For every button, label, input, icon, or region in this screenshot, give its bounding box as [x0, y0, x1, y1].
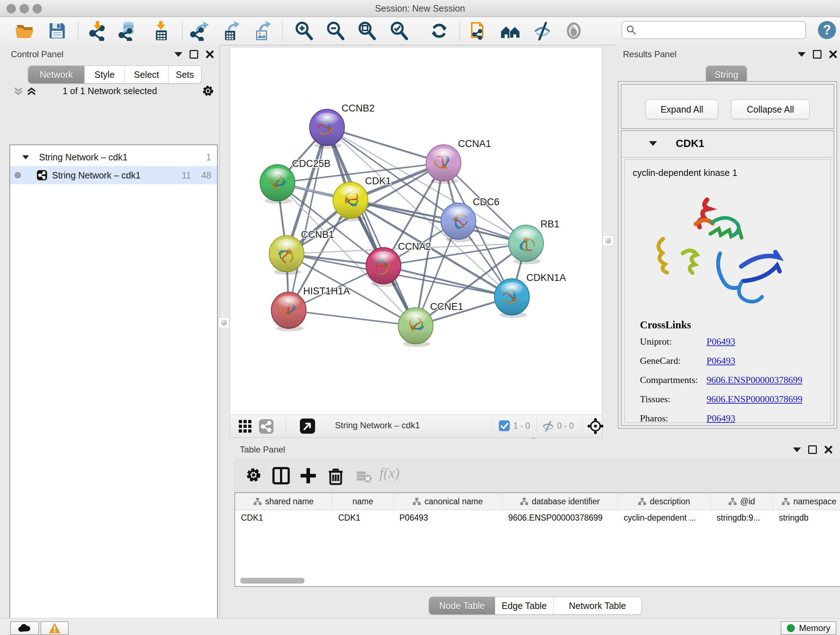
left-splitter-handle[interactable] [218, 317, 229, 328]
crosslink-link[interactable]: P06493 [706, 413, 735, 424]
tab-network-table[interactable]: Network Table [554, 597, 641, 614]
control-panel-menu-icon[interactable] [174, 52, 182, 57]
control-panel-float-icon[interactable] [189, 50, 198, 59]
column-header--id[interactable]: @id [711, 493, 773, 510]
table-cell[interactable]: P06493 [393, 513, 502, 523]
import-network-from-file-icon[interactable] [88, 21, 108, 41]
grid-view-icon[interactable] [238, 419, 253, 434]
tab-sets[interactable]: Sets [169, 66, 201, 83]
show-all-icon[interactable] [564, 21, 584, 41]
network-row-selected[interactable]: String Network – cdk1 11 48 [10, 166, 217, 184]
export-image-icon[interactable] [252, 21, 272, 41]
network-node-RB1[interactable]: RB1 [508, 219, 560, 264]
network-edge[interactable] [289, 127, 327, 310]
gene-collapse-icon[interactable] [649, 141, 657, 146]
zoom-in-icon[interactable] [294, 21, 314, 41]
cloud-status-button[interactable] [10, 621, 39, 635]
search-input[interactable] [639, 23, 800, 36]
crosslink-link[interactable]: 9606.ENSP00000378699 [706, 394, 802, 405]
table-cell[interactable]: CDK1 [235, 513, 332, 523]
crosslink-label: Compartments: [640, 375, 698, 386]
results-panel-close-icon[interactable] [829, 50, 837, 59]
cloud-icon [17, 623, 32, 633]
network-view-title: String Network – cdk1 [335, 420, 420, 431]
crosslink-link[interactable]: P06493 [706, 356, 735, 366]
network-canvas[interactable]: CCNB2CCNA1CDC25BCDK1CDC6RB1CCNB1CCNA2CDK… [230, 48, 602, 415]
column-header-namespace[interactable]: namespace [773, 493, 840, 510]
refresh-view-icon[interactable] [429, 21, 449, 41]
import-table-from-file-icon[interactable] [151, 21, 172, 41]
tab-select[interactable]: Select [125, 66, 169, 83]
column-header-database-identifier[interactable]: database identifier [502, 493, 618, 510]
open-session-icon[interactable] [14, 21, 35, 41]
column-header-description[interactable]: description [618, 493, 711, 510]
show-columns-icon[interactable] [271, 466, 291, 486]
horizontal-scrollbar[interactable] [240, 578, 305, 584]
main-toolbar: ? [0, 17, 840, 45]
help-icon[interactable]: ? [817, 20, 837, 40]
table-cell[interactable]: stringdb:9... [711, 513, 773, 523]
pan-crosshair-icon[interactable] [587, 418, 603, 434]
import-network-from-database-icon[interactable] [118, 21, 139, 41]
expand-all-button[interactable]: Expand All [646, 100, 718, 119]
tab-network[interactable]: Network [28, 66, 85, 83]
share-document-icon[interactable] [468, 21, 488, 41]
network-node-CDKN1A[interactable]: CDKN1A [494, 272, 566, 318]
tab-style[interactable]: Style [85, 66, 125, 83]
hide-selected-icon[interactable] [532, 21, 553, 41]
table-cell[interactable]: 9606.ENSP00000378699 [502, 513, 618, 523]
control-panel-close-icon[interactable] [205, 50, 214, 59]
table-cell[interactable]: CDK1 [332, 513, 393, 523]
tab-edge-table[interactable]: Edge Table [495, 597, 554, 614]
results-panel-float-icon[interactable] [813, 50, 821, 59]
home-icon[interactable] [500, 21, 521, 41]
network-options-gear-icon[interactable] [201, 84, 215, 98]
crosslink-link[interactable]: 9606.ENSP00000378699 [706, 375, 802, 386]
zoom-out-icon[interactable] [325, 21, 346, 41]
node-table: shared namenamecanonical namedatabase id… [234, 492, 840, 587]
table-options-gear-icon[interactable] [244, 466, 264, 486]
table-cell[interactable]: cyclin-dependent ... [618, 513, 711, 523]
gene-detail-box: cyclin-dependent kinase 1 [624, 159, 831, 423]
crosslink-link[interactable]: P06493 [706, 336, 735, 347]
table-panel-float-icon[interactable] [808, 445, 817, 454]
warnings-button[interactable] [41, 621, 69, 635]
results-panel-menu-icon[interactable] [798, 52, 806, 57]
selected-checkbox-icon[interactable] [499, 420, 510, 431]
gene-header[interactable]: CDK1 [622, 131, 834, 157]
node-label: CCNB2 [341, 103, 375, 114]
export-table-to-file-icon[interactable] [220, 21, 240, 41]
zoom-fit-icon[interactable] [357, 21, 377, 41]
save-session-icon[interactable] [47, 21, 67, 41]
table-panel-menu-icon[interactable] [793, 448, 801, 452]
table-row[interactable]: CDK1CDK1P064939606.ENSP00000378699cyclin… [235, 510, 840, 525]
birds-eye-view-icon[interactable] [300, 418, 315, 434]
export-network-to-file-icon[interactable] [189, 21, 210, 41]
network-edge[interactable] [289, 310, 416, 326]
collection-expand-icon[interactable] [22, 155, 29, 159]
node-label: CCNA1 [458, 138, 491, 149]
column-header-name[interactable]: name [332, 493, 393, 510]
zoom-selected-icon[interactable] [389, 21, 409, 41]
column-header-shared-name[interactable]: shared name [235, 493, 332, 510]
memory-button[interactable]: Memory [781, 621, 836, 635]
network-share-toggle-icon[interactable] [259, 419, 273, 434]
network-collection-row[interactable]: String Network – cdk1 1 [10, 148, 217, 166]
network-edge[interactable] [327, 127, 444, 163]
results-panel-title: Results Panel [623, 49, 676, 59]
add-column-icon[interactable] [298, 466, 318, 486]
application-window: Session: New Session [0, 0, 840, 635]
node-label: CDC6 [473, 196, 500, 207]
column-header-canonical-name[interactable]: canonical name [393, 493, 502, 510]
delete-column-icon[interactable] [326, 466, 346, 486]
table-cell[interactable]: stringdb [773, 513, 840, 523]
crosslink-label: Pharos: [640, 413, 668, 424]
network-node-HIST1H1A[interactable]: HIST1H1A [271, 286, 350, 331]
collapse-all-button[interactable]: Collapse All [731, 100, 810, 119]
expand-collapse-box: Expand All Collapse All [621, 84, 834, 129]
tab-string[interactable]: String [706, 66, 747, 83]
right-splitter-handle[interactable] [603, 235, 614, 246]
table-panel-close-icon[interactable] [824, 445, 833, 454]
search-field[interactable] [622, 21, 806, 39]
tab-node-table[interactable]: Node Table [429, 597, 495, 614]
